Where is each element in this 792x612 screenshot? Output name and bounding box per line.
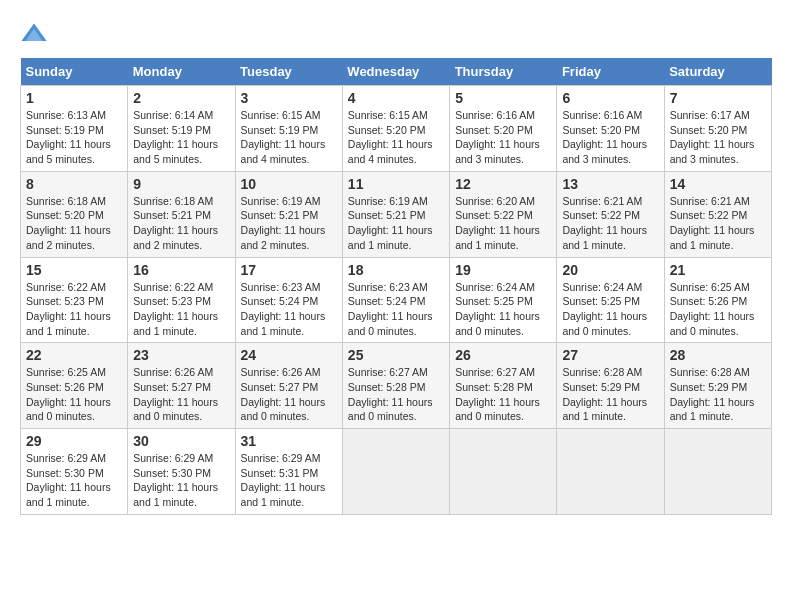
day-info: Sunrise: 6:26 AMSunset: 5:27 PMDaylight:… <box>241 366 326 422</box>
calendar-cell: 20 Sunrise: 6:24 AMSunset: 5:25 PMDaylig… <box>557 257 664 343</box>
calendar-cell: 26 Sunrise: 6:27 AMSunset: 5:28 PMDaylig… <box>450 343 557 429</box>
day-info: Sunrise: 6:21 AMSunset: 5:22 PMDaylight:… <box>562 195 647 251</box>
weekday-header: Saturday <box>664 58 771 86</box>
day-info: Sunrise: 6:15 AMSunset: 5:20 PMDaylight:… <box>348 109 433 165</box>
calendar-cell: 6 Sunrise: 6:16 AMSunset: 5:20 PMDayligh… <box>557 86 664 172</box>
day-info: Sunrise: 6:20 AMSunset: 5:22 PMDaylight:… <box>455 195 540 251</box>
logo-icon <box>20 20 48 48</box>
day-info: Sunrise: 6:29 AMSunset: 5:31 PMDaylight:… <box>241 452 326 508</box>
calendar-week-row: 29 Sunrise: 6:29 AMSunset: 5:30 PMDaylig… <box>21 429 772 515</box>
calendar-cell <box>557 429 664 515</box>
calendar-cell: 24 Sunrise: 6:26 AMSunset: 5:27 PMDaylig… <box>235 343 342 429</box>
day-number: 1 <box>26 90 122 106</box>
calendar-cell: 31 Sunrise: 6:29 AMSunset: 5:31 PMDaylig… <box>235 429 342 515</box>
day-info: Sunrise: 6:16 AMSunset: 5:20 PMDaylight:… <box>455 109 540 165</box>
day-info: Sunrise: 6:15 AMSunset: 5:19 PMDaylight:… <box>241 109 326 165</box>
day-info: Sunrise: 6:22 AMSunset: 5:23 PMDaylight:… <box>26 281 111 337</box>
day-info: Sunrise: 6:18 AMSunset: 5:20 PMDaylight:… <box>26 195 111 251</box>
logo <box>20 20 50 48</box>
day-info: Sunrise: 6:24 AMSunset: 5:25 PMDaylight:… <box>562 281 647 337</box>
calendar-week-row: 22 Sunrise: 6:25 AMSunset: 5:26 PMDaylig… <box>21 343 772 429</box>
day-info: Sunrise: 6:16 AMSunset: 5:20 PMDaylight:… <box>562 109 647 165</box>
day-info: Sunrise: 6:22 AMSunset: 5:23 PMDaylight:… <box>133 281 218 337</box>
day-info: Sunrise: 6:27 AMSunset: 5:28 PMDaylight:… <box>348 366 433 422</box>
calendar-cell: 12 Sunrise: 6:20 AMSunset: 5:22 PMDaylig… <box>450 171 557 257</box>
calendar-cell: 23 Sunrise: 6:26 AMSunset: 5:27 PMDaylig… <box>128 343 235 429</box>
day-info: Sunrise: 6:14 AMSunset: 5:19 PMDaylight:… <box>133 109 218 165</box>
day-number: 19 <box>455 262 551 278</box>
day-number: 21 <box>670 262 766 278</box>
calendar-cell: 4 Sunrise: 6:15 AMSunset: 5:20 PMDayligh… <box>342 86 449 172</box>
day-info: Sunrise: 6:27 AMSunset: 5:28 PMDaylight:… <box>455 366 540 422</box>
day-number: 20 <box>562 262 658 278</box>
calendar-cell: 30 Sunrise: 6:29 AMSunset: 5:30 PMDaylig… <box>128 429 235 515</box>
calendar-cell: 15 Sunrise: 6:22 AMSunset: 5:23 PMDaylig… <box>21 257 128 343</box>
day-number: 7 <box>670 90 766 106</box>
calendar-cell: 25 Sunrise: 6:27 AMSunset: 5:28 PMDaylig… <box>342 343 449 429</box>
day-number: 23 <box>133 347 229 363</box>
calendar-cell: 14 Sunrise: 6:21 AMSunset: 5:22 PMDaylig… <box>664 171 771 257</box>
calendar-cell: 22 Sunrise: 6:25 AMSunset: 5:26 PMDaylig… <box>21 343 128 429</box>
weekday-header: Monday <box>128 58 235 86</box>
day-info: Sunrise: 6:19 AMSunset: 5:21 PMDaylight:… <box>348 195 433 251</box>
day-info: Sunrise: 6:23 AMSunset: 5:24 PMDaylight:… <box>241 281 326 337</box>
day-number: 22 <box>26 347 122 363</box>
calendar-cell: 1 Sunrise: 6:13 AMSunset: 5:19 PMDayligh… <box>21 86 128 172</box>
calendar-cell: 9 Sunrise: 6:18 AMSunset: 5:21 PMDayligh… <box>128 171 235 257</box>
day-info: Sunrise: 6:13 AMSunset: 5:19 PMDaylight:… <box>26 109 111 165</box>
day-number: 5 <box>455 90 551 106</box>
calendar-cell: 3 Sunrise: 6:15 AMSunset: 5:19 PMDayligh… <box>235 86 342 172</box>
day-number: 18 <box>348 262 444 278</box>
day-info: Sunrise: 6:21 AMSunset: 5:22 PMDaylight:… <box>670 195 755 251</box>
day-info: Sunrise: 6:17 AMSunset: 5:20 PMDaylight:… <box>670 109 755 165</box>
calendar-cell <box>342 429 449 515</box>
calendar-cell: 18 Sunrise: 6:23 AMSunset: 5:24 PMDaylig… <box>342 257 449 343</box>
page-header <box>20 20 772 48</box>
calendar-week-row: 15 Sunrise: 6:22 AMSunset: 5:23 PMDaylig… <box>21 257 772 343</box>
day-info: Sunrise: 6:29 AMSunset: 5:30 PMDaylight:… <box>26 452 111 508</box>
weekday-header: Tuesday <box>235 58 342 86</box>
day-number: 28 <box>670 347 766 363</box>
day-number: 29 <box>26 433 122 449</box>
calendar-cell: 5 Sunrise: 6:16 AMSunset: 5:20 PMDayligh… <box>450 86 557 172</box>
day-number: 30 <box>133 433 229 449</box>
day-number: 6 <box>562 90 658 106</box>
calendar-cell: 29 Sunrise: 6:29 AMSunset: 5:30 PMDaylig… <box>21 429 128 515</box>
day-number: 8 <box>26 176 122 192</box>
day-number: 25 <box>348 347 444 363</box>
day-number: 3 <box>241 90 337 106</box>
calendar-cell: 27 Sunrise: 6:28 AMSunset: 5:29 PMDaylig… <box>557 343 664 429</box>
calendar-cell: 2 Sunrise: 6:14 AMSunset: 5:19 PMDayligh… <box>128 86 235 172</box>
day-number: 16 <box>133 262 229 278</box>
calendar-cell: 28 Sunrise: 6:28 AMSunset: 5:29 PMDaylig… <box>664 343 771 429</box>
weekday-header: Thursday <box>450 58 557 86</box>
day-number: 31 <box>241 433 337 449</box>
day-number: 17 <box>241 262 337 278</box>
calendar-cell <box>450 429 557 515</box>
day-number: 11 <box>348 176 444 192</box>
day-number: 13 <box>562 176 658 192</box>
calendar-cell: 16 Sunrise: 6:22 AMSunset: 5:23 PMDaylig… <box>128 257 235 343</box>
weekday-header: Wednesday <box>342 58 449 86</box>
calendar-cell: 17 Sunrise: 6:23 AMSunset: 5:24 PMDaylig… <box>235 257 342 343</box>
day-info: Sunrise: 6:29 AMSunset: 5:30 PMDaylight:… <box>133 452 218 508</box>
day-info: Sunrise: 6:23 AMSunset: 5:24 PMDaylight:… <box>348 281 433 337</box>
calendar-week-row: 8 Sunrise: 6:18 AMSunset: 5:20 PMDayligh… <box>21 171 772 257</box>
day-number: 2 <box>133 90 229 106</box>
calendar-table: SundayMondayTuesdayWednesdayThursdayFrid… <box>20 58 772 515</box>
day-number: 9 <box>133 176 229 192</box>
calendar-cell: 7 Sunrise: 6:17 AMSunset: 5:20 PMDayligh… <box>664 86 771 172</box>
calendar-cell: 21 Sunrise: 6:25 AMSunset: 5:26 PMDaylig… <box>664 257 771 343</box>
day-info: Sunrise: 6:25 AMSunset: 5:26 PMDaylight:… <box>26 366 111 422</box>
day-info: Sunrise: 6:26 AMSunset: 5:27 PMDaylight:… <box>133 366 218 422</box>
day-info: Sunrise: 6:24 AMSunset: 5:25 PMDaylight:… <box>455 281 540 337</box>
day-info: Sunrise: 6:18 AMSunset: 5:21 PMDaylight:… <box>133 195 218 251</box>
weekday-header-row: SundayMondayTuesdayWednesdayThursdayFrid… <box>21 58 772 86</box>
day-number: 26 <box>455 347 551 363</box>
weekday-header: Friday <box>557 58 664 86</box>
calendar-cell: 11 Sunrise: 6:19 AMSunset: 5:21 PMDaylig… <box>342 171 449 257</box>
calendar-cell: 8 Sunrise: 6:18 AMSunset: 5:20 PMDayligh… <box>21 171 128 257</box>
day-info: Sunrise: 6:25 AMSunset: 5:26 PMDaylight:… <box>670 281 755 337</box>
day-number: 24 <box>241 347 337 363</box>
day-number: 10 <box>241 176 337 192</box>
